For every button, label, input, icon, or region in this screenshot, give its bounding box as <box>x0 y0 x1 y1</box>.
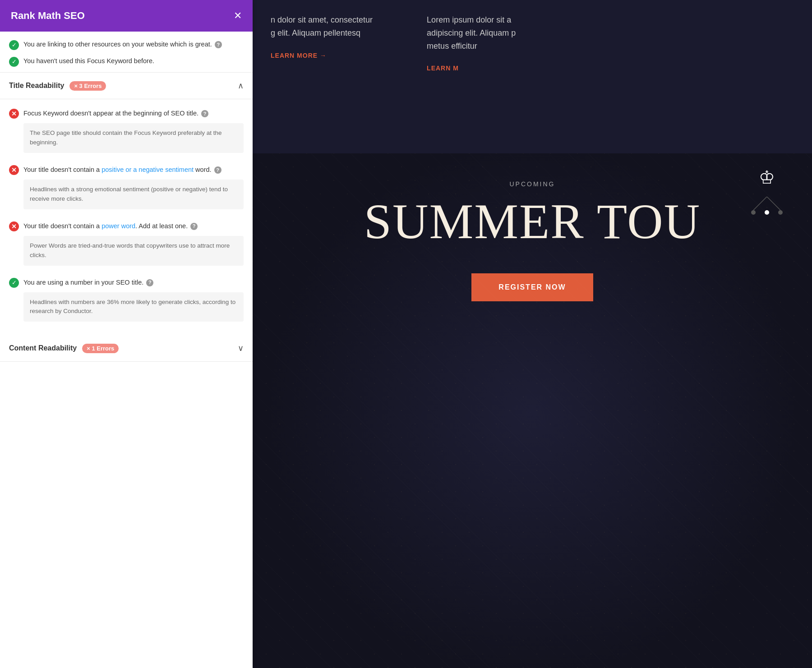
seo-item-sentiment: ✕ Your title doesn't contain a positive … <box>0 159 253 209</box>
svg-line-1 <box>767 197 780 210</box>
svg-point-2 <box>751 210 756 215</box>
website-col2-line2: adipiscing elit. Aliquam p <box>427 27 516 40</box>
seo-item-power-word: ✕ Your title doesn't contain a power wor… <box>0 216 253 266</box>
seo-item-3-header: ✕ Your title doesn't contain a power wor… <box>9 221 244 231</box>
chess-icon: ♔ <box>759 167 775 188</box>
upcoming-label: UPCOMING <box>510 180 555 188</box>
learn-more-link-1[interactable]: LEARN MORE → <box>271 51 373 60</box>
title-readability-section-header[interactable]: Title Readability × 3 Errors ∧ <box>0 73 253 99</box>
chevron-down-icon: ∨ <box>238 343 244 353</box>
error-icon-2: ✕ <box>9 165 19 175</box>
panel-title: Rank Math SEO <box>11 10 85 22</box>
hint-box-3: Power Words are tried-and-true words tha… <box>23 236 244 266</box>
seo-item-4-text: You are using a number in your SEO title… <box>23 277 244 287</box>
website-col2-line3: metus efficitur <box>427 40 516 53</box>
chess-area: ♔ <box>749 167 785 219</box>
summer-tour-text: SUMMER TOU <box>364 197 701 246</box>
error-badge-content: × 1 Errors <box>82 344 119 353</box>
section-header-left: Title Readability × 3 Errors <box>9 81 106 91</box>
title-readability-items: ✕ Focus Keyword doesn't appear at the be… <box>0 99 253 332</box>
seo-item-4-header: ✓ You are using a number in your SEO tit… <box>9 277 244 288</box>
success-icon-2: ✓ <box>9 57 19 67</box>
website-dark-section: ♔ UPCOMING SUMMER TOU REGISTER NOW <box>253 153 812 668</box>
panel-body: ✓ You are linking to other resources on … <box>0 32 253 668</box>
hint-box-4: Headlines with numbers are 36% more like… <box>23 292 244 322</box>
section-title-title-readability: Title Readability <box>9 82 64 90</box>
check-items-section: ✓ You are linking to other resources on … <box>0 32 253 73</box>
content-section-header-left: Content Readability × 1 Errors <box>9 344 119 353</box>
seo-item-1-header: ✕ Focus Keyword doesn't appear at the be… <box>9 108 244 119</box>
svg-point-3 <box>765 210 769 215</box>
svg-point-4 <box>778 210 783 215</box>
learn-more-link-2[interactable]: LEARN M <box>427 63 516 73</box>
error-icon-3: ✕ <box>9 221 19 231</box>
content-readability-section-header[interactable]: Content Readability × 1 Errors ∨ <box>0 335 253 362</box>
close-button[interactable]: ✕ <box>234 11 242 21</box>
help-icon-3[interactable]: ? <box>190 223 198 230</box>
hint-box-1: The SEO page title should contain the Fo… <box>23 123 244 153</box>
svg-line-0 <box>753 197 767 210</box>
check-item-text-2: You haven't used this Focus Keyword befo… <box>23 56 154 66</box>
register-now-button[interactable]: REGISTER NOW <box>471 273 593 301</box>
seo-item-1-text: Focus Keyword doesn't appear at the begi… <box>23 108 244 118</box>
power-word-link[interactable]: power word <box>102 222 135 230</box>
help-icon-4[interactable]: ? <box>146 279 153 286</box>
section-title-content-readability: Content Readability <box>9 344 77 352</box>
check-item-text: You are linking to other resources on yo… <box>23 40 222 50</box>
sentiment-link[interactable]: positive or a negative sentiment <box>102 166 194 173</box>
check-item-keyword: ✓ You haven't used this Focus Keyword be… <box>9 56 244 67</box>
hint-box-2: Headlines with a strong emotional sentim… <box>23 180 244 209</box>
website-col2-line1: Lorem ipsum dolor sit a <box>427 14 516 27</box>
seo-item-3-text: Your title doesn't contain a power word.… <box>23 221 244 231</box>
seo-item-2-header: ✕ Your title doesn't contain a positive … <box>9 165 244 175</box>
website-col1-line1: n dolor sit amet, consectetur <box>271 14 373 27</box>
help-icon-1[interactable]: ? <box>201 110 208 117</box>
website-col-1: n dolor sit amet, consectetur g elit. Al… <box>271 9 373 60</box>
help-icon[interactable]: ? <box>215 41 222 48</box>
chevron-up-icon: ∧ <box>238 81 244 91</box>
check-item-linking: ✓ You are linking to other resources on … <box>9 40 244 50</box>
success-icon-number: ✓ <box>9 278 19 288</box>
error-badge-title: × 3 Errors <box>69 81 106 91</box>
website-background: n dolor sit amet, consectetur g elit. Al… <box>253 0 812 668</box>
error-icon-1: ✕ <box>9 109 19 119</box>
website-top-section: n dolor sit amet, consectetur g elit. Al… <box>253 0 812 153</box>
seo-item-number: ✓ You are using a number in your SEO tit… <box>0 272 253 322</box>
website-col-2: Lorem ipsum dolor sit a adipiscing elit.… <box>427 9 516 74</box>
seo-item-2-text: Your title doesn't contain a positive or… <box>23 165 244 175</box>
success-icon: ✓ <box>9 40 19 50</box>
help-icon-2[interactable]: ? <box>214 166 221 174</box>
rank-math-panel: Rank Math SEO ✕ ✓ You are linking to oth… <box>0 0 253 668</box>
seo-item-focus-keyword: ✕ Focus Keyword doesn't appear at the be… <box>0 103 253 153</box>
panel-header: Rank Math SEO ✕ <box>0 0 253 32</box>
website-col1-line2: g elit. Aliquam pellentesq <box>271 27 373 40</box>
chess-diagram <box>749 197 785 219</box>
